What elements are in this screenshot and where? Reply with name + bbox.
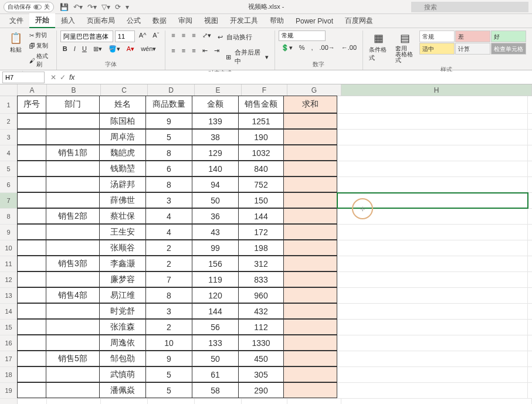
cell-B16[interactable] xyxy=(46,335,100,351)
cell-G15[interactable] xyxy=(283,319,337,335)
percent-icon[interactable]: % xyxy=(297,43,307,53)
italic-button[interactable]: I xyxy=(72,44,78,54)
cell-H16[interactable] xyxy=(337,335,528,351)
cell-C13[interactable]: 易江维 xyxy=(99,287,146,303)
col-header-D[interactable]: D xyxy=(148,84,195,96)
format-painter-button[interactable]: 🖌 格式刷 xyxy=(28,52,53,69)
qat-dropdown-icon[interactable]: ▾ xyxy=(126,3,129,11)
cell-G10[interactable] xyxy=(283,240,337,256)
col-header-A[interactable]: A xyxy=(18,84,47,96)
cell-H8[interactable] xyxy=(337,209,528,224)
cell-E15[interactable]: 56 xyxy=(192,319,239,335)
conditional-format-button[interactable]: ▦ 条件格式 xyxy=(367,30,391,63)
cell-G13[interactable] xyxy=(283,287,337,303)
cell-C12[interactable]: 廉梦容 xyxy=(99,271,146,287)
cell-F10[interactable]: 198 xyxy=(238,240,284,256)
cell-D4[interactable]: 8 xyxy=(145,145,192,161)
number-format-select[interactable] xyxy=(279,30,326,41)
cell-D15[interactable]: 2 xyxy=(145,319,192,335)
cell-H7[interactable] xyxy=(337,193,528,208)
align-top-icon[interactable]: ≡ xyxy=(169,30,177,44)
cell-B18[interactable] xyxy=(46,366,100,382)
cell-C19[interactable]: 潘佩焱 xyxy=(99,382,146,398)
cell-A5[interactable] xyxy=(17,161,46,176)
cell-D13[interactable]: 8 xyxy=(145,287,192,303)
cell-E17[interactable]: 50 xyxy=(192,351,239,366)
row-header-12[interactable]: 12 xyxy=(0,272,18,287)
cell-A12[interactable] xyxy=(17,271,46,287)
style-good[interactable]: 好 xyxy=(491,30,526,42)
cell-B19[interactable] xyxy=(46,382,100,398)
cell-H1[interactable] xyxy=(337,96,528,113)
dec-decimal-icon[interactable]: ←.00 xyxy=(339,43,359,53)
col-header-H[interactable]: H xyxy=(341,84,532,96)
cell-E18[interactable]: 61 xyxy=(192,366,239,382)
formula-input[interactable] xyxy=(78,72,532,83)
cell-A15[interactable] xyxy=(17,319,46,335)
cell-H5[interactable] xyxy=(337,161,528,176)
cell-C8[interactable]: 蔡壮保 xyxy=(99,208,146,224)
cell-G2[interactable] xyxy=(283,113,337,129)
cell-G18[interactable] xyxy=(283,366,337,382)
cell-G12[interactable] xyxy=(283,271,337,287)
cell-B8[interactable]: 销售2部 xyxy=(46,208,100,224)
inc-decimal-icon[interactable]: .00→ xyxy=(317,43,337,53)
cell-E5[interactable]: 140 xyxy=(192,161,239,176)
style-check[interactable]: 检查单元格 xyxy=(491,43,526,55)
cell-H9[interactable] xyxy=(337,225,528,240)
tab-视图[interactable]: 视图 xyxy=(198,14,224,28)
cell-F16[interactable]: 1330 xyxy=(238,335,284,351)
row-header-17[interactable]: 17 xyxy=(0,351,18,366)
cell-A14[interactable] xyxy=(17,303,46,319)
row-header-3[interactable]: 3 xyxy=(0,130,18,145)
cell-B14[interactable] xyxy=(46,303,100,319)
cell-G8[interactable] xyxy=(283,208,337,224)
row-header-2[interactable]: 2 xyxy=(0,114,18,129)
currency-icon[interactable]: 💲▾ xyxy=(279,43,295,53)
cell-F14[interactable]: 432 xyxy=(238,303,284,319)
cell-A10[interactable] xyxy=(17,240,46,256)
cell-H4[interactable] xyxy=(337,145,528,161)
cell-H6[interactable] xyxy=(337,177,528,192)
row-header-20[interactable]: 20 xyxy=(0,399,18,404)
cell-G19[interactable] xyxy=(283,382,337,398)
cell-F15[interactable]: 112 xyxy=(238,319,284,335)
cell-C18[interactable]: 武慎萌 xyxy=(99,366,146,382)
col-header-B[interactable]: B xyxy=(47,84,101,96)
tab-插入[interactable]: 插入 xyxy=(55,14,81,28)
cell-B15[interactable] xyxy=(46,319,100,335)
align-mid-icon[interactable]: ≡ xyxy=(179,30,188,44)
fx-icon[interactable]: fx xyxy=(69,73,74,82)
cell-B2[interactable] xyxy=(46,113,100,129)
cell-E16[interactable]: 133 xyxy=(192,335,239,351)
cell-A17[interactable] xyxy=(17,351,46,366)
cell-B6[interactable] xyxy=(46,176,100,192)
cell-F19[interactable]: 290 xyxy=(238,382,284,398)
cell-C3[interactable]: 周卓浩 xyxy=(99,129,146,145)
tab-数据[interactable]: 数据 xyxy=(147,14,172,28)
row-header-5[interactable]: 5 xyxy=(0,161,18,176)
cell-A6[interactable] xyxy=(17,176,46,192)
cell-E1[interactable]: 金额 xyxy=(192,96,239,113)
cell-A4[interactable] xyxy=(17,145,46,161)
cell-G14[interactable] xyxy=(283,303,337,319)
row-header-1[interactable]: 1 xyxy=(0,96,18,113)
tab-公式[interactable]: 公式 xyxy=(121,14,147,28)
paste-button[interactable]: 📋 粘贴 xyxy=(6,30,26,55)
cell-E4[interactable]: 129 xyxy=(192,145,239,161)
row-header-15[interactable]: 15 xyxy=(0,320,18,335)
cell-H19[interactable] xyxy=(337,383,528,398)
cell-D3[interactable]: 5 xyxy=(145,129,192,145)
align-right-icon[interactable]: ≡ xyxy=(189,46,198,68)
cell-G4[interactable] xyxy=(283,145,337,161)
cell-C6[interactable]: 汤辟邦 xyxy=(99,176,146,192)
cell-C7[interactable]: 薛佛世 xyxy=(99,192,146,208)
cell-G3[interactable] xyxy=(283,129,337,145)
cell-B4[interactable]: 销售1部 xyxy=(46,145,100,161)
search-input[interactable] xyxy=(411,2,528,12)
cell-H18[interactable] xyxy=(337,367,528,382)
cell-E8[interactable]: 36 xyxy=(192,208,239,224)
cell-H10[interactable] xyxy=(337,240,528,256)
cell-A2[interactable] xyxy=(17,113,46,129)
cell-styles-gallery[interactable]: 常规 差 好 适中 计算 检查单元格 xyxy=(419,30,526,55)
